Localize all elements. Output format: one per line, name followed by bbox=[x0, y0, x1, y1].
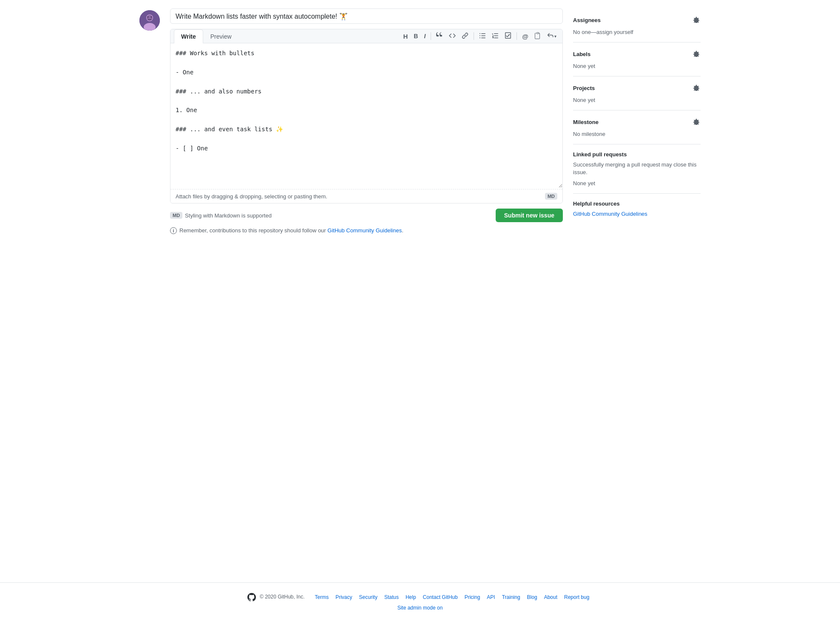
linked-pr-header: Linked pull requests bbox=[573, 151, 701, 158]
footer-security-link[interactable]: Security bbox=[359, 594, 377, 600]
submit-new-issue-button[interactable]: Submit new issue bbox=[496, 209, 563, 222]
undo-icon bbox=[547, 32, 554, 40]
toolbar-italic-btn[interactable]: I bbox=[421, 31, 428, 41]
milestone-value: No milestone bbox=[573, 131, 605, 137]
toolbar-bullet-list-btn[interactable] bbox=[477, 31, 488, 42]
redo-arrow: ▾ bbox=[554, 34, 556, 39]
toolbar-task-list-btn[interactable] bbox=[502, 31, 514, 42]
page-footer: © 2020 GitHub, Inc. Terms Privacy Securi… bbox=[0, 582, 840, 621]
file-attach-area: Attach files by dragging & dropping, sel… bbox=[170, 189, 562, 203]
helpful-header: Helpful resources bbox=[573, 200, 701, 207]
community-notice-text: Remember, contributions to this reposito… bbox=[179, 227, 403, 234]
milestone-header: Milestone bbox=[573, 117, 701, 127]
footer-help-link[interactable]: Help bbox=[406, 594, 416, 600]
footer-contact-link[interactable]: Contact GitHub bbox=[423, 594, 458, 600]
avatar-column bbox=[139, 8, 160, 557]
toolbar-cross-ref-btn[interactable] bbox=[532, 31, 544, 42]
footer-training-link[interactable]: Training bbox=[502, 594, 520, 600]
labels-value: None yet bbox=[573, 63, 595, 69]
footer-about-link[interactable]: About bbox=[544, 594, 557, 600]
tab-write[interactable]: Write bbox=[174, 29, 203, 43]
footer-admin-mode-link[interactable]: Site admin mode on bbox=[397, 605, 443, 611]
main-content: Write Markdown lists faster with syntax … bbox=[122, 0, 718, 582]
toolbar-link-btn[interactable] bbox=[459, 31, 471, 42]
milestone-title: Milestone bbox=[573, 119, 599, 125]
gear-icon-labels bbox=[693, 50, 700, 57]
sidebar-helpful-section: Helpful resources GitHub Community Guide… bbox=[573, 193, 701, 224]
toolbar-mention-btn[interactable]: @ bbox=[519, 31, 531, 42]
gear-icon bbox=[693, 16, 700, 23]
markdown-label: Styling with Markdown is supported bbox=[185, 212, 272, 219]
footer-copyright: © 2020 GitHub, Inc. bbox=[247, 593, 305, 601]
gear-icon-milestone bbox=[693, 118, 700, 125]
editor-footer-row: MD Styling with Markdown is supported Su… bbox=[170, 209, 563, 222]
milestone-gear-button[interactable] bbox=[692, 117, 701, 127]
helpful-title: Helpful resources bbox=[573, 200, 620, 207]
labels-gear-button[interactable] bbox=[692, 49, 701, 59]
toolbar-bold-btn[interactable]: B bbox=[411, 31, 420, 41]
footer-terms-link[interactable]: Terms bbox=[315, 594, 329, 600]
bold-icon: B bbox=[414, 33, 418, 40]
sidebar-milestone-section: Milestone No milestone bbox=[573, 110, 701, 144]
community-guidelines-sidebar-link[interactable]: GitHub Community Guidelines bbox=[573, 211, 647, 217]
quote-icon bbox=[436, 32, 443, 40]
sidebar-assignees-section: Assignees No one—assign yourself bbox=[573, 8, 701, 42]
toolbar-code-btn[interactable] bbox=[446, 31, 458, 42]
editor-box: Write Preview H B I bbox=[170, 29, 563, 203]
assignees-header: Assignees bbox=[573, 15, 701, 25]
issue-body-textarea[interactable]: ### Works with bullets - One ### ... and… bbox=[170, 43, 562, 188]
svg-point-4 bbox=[148, 17, 149, 18]
editor-toolbar: H B I bbox=[401, 31, 559, 42]
numbered-list-icon bbox=[492, 32, 499, 40]
md-badge: MD bbox=[170, 212, 182, 219]
assignees-title: Assignees bbox=[573, 17, 601, 23]
footer-status-link[interactable]: Status bbox=[384, 594, 399, 600]
toolbar-numbered-list-btn[interactable] bbox=[489, 31, 501, 42]
toolbar-sep-1 bbox=[431, 32, 431, 40]
toolbar-undo-btn[interactable]: ▾ bbox=[545, 31, 559, 42]
projects-gear-button[interactable] bbox=[692, 83, 701, 93]
markdown-info: MD Styling with Markdown is supported bbox=[170, 212, 272, 219]
footer-links-row: © 2020 GitHub, Inc. Terms Privacy Securi… bbox=[247, 593, 593, 601]
md-file-badge: MD bbox=[545, 193, 557, 200]
editor-column: Write Markdown lists faster with syntax … bbox=[170, 8, 563, 557]
projects-title: Projects bbox=[573, 85, 595, 91]
toolbar-sep-2 bbox=[474, 32, 474, 40]
toolbar-quote-btn[interactable] bbox=[434, 31, 446, 42]
community-guidelines-link[interactable]: GitHub Community Guidelines bbox=[327, 227, 402, 234]
linked-pr-value: None yet bbox=[573, 180, 595, 186]
file-attach-label: Attach files by dragging & dropping, sel… bbox=[176, 193, 327, 200]
linked-pr-description: Successfully merging a pull request may … bbox=[573, 161, 701, 176]
bullet-list-icon bbox=[479, 32, 486, 40]
svg-point-5 bbox=[151, 17, 152, 18]
assignees-gear-button[interactable] bbox=[692, 15, 701, 25]
page-wrapper: Write Markdown lists faster with syntax … bbox=[0, 0, 840, 621]
labels-title: Labels bbox=[573, 51, 590, 57]
footer-privacy-link[interactable]: Privacy bbox=[335, 594, 352, 600]
editor-tabs: Write Preview bbox=[174, 29, 239, 43]
footer-api-link[interactable]: API bbox=[487, 594, 495, 600]
projects-header: Projects bbox=[573, 83, 701, 93]
footer-pricing-link[interactable]: Pricing bbox=[465, 594, 480, 600]
assignees-value: No one—assign yourself bbox=[573, 29, 633, 35]
projects-value: None yet bbox=[573, 97, 595, 103]
tab-preview[interactable]: Preview bbox=[203, 29, 239, 43]
info-icon: i bbox=[170, 227, 177, 234]
mention-icon: @ bbox=[522, 33, 528, 40]
sidebar-labels-section: Labels None yet bbox=[573, 42, 701, 76]
sidebar: Assignees No one—assign yourself Labels … bbox=[573, 8, 701, 557]
cross-ref-icon bbox=[534, 32, 541, 40]
footer-blog-link[interactable]: Blog bbox=[527, 594, 537, 600]
sidebar-projects-section: Projects None yet bbox=[573, 76, 701, 110]
link-icon bbox=[462, 32, 468, 40]
toolbar-heading-btn[interactable]: H bbox=[401, 31, 411, 42]
italic-icon: I bbox=[424, 33, 426, 40]
task-list-icon bbox=[505, 32, 511, 40]
toolbar-sep-3 bbox=[516, 32, 517, 40]
linked-pr-title: Linked pull requests bbox=[573, 151, 627, 158]
issue-title-input[interactable]: Write Markdown lists faster with syntax … bbox=[170, 8, 563, 24]
footer-report-bug-link[interactable]: Report bug bbox=[564, 594, 589, 600]
avatar-image bbox=[139, 10, 160, 31]
code-icon bbox=[449, 32, 456, 40]
heading-icon: H bbox=[403, 33, 408, 40]
